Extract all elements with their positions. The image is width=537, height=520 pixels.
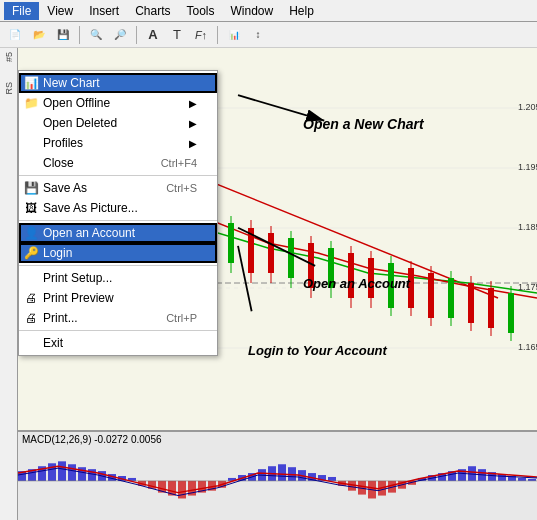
- menu-open-offline[interactable]: 📁 Open Offline ▶: [19, 93, 217, 113]
- open-deleted-label: Open Deleted: [43, 116, 117, 130]
- menu-print-setup[interactable]: Print Setup...: [19, 268, 217, 288]
- svg-text:1.2050: 1.2050: [518, 102, 537, 112]
- menu-window[interactable]: Window: [223, 2, 282, 20]
- new-chart-icon: 📊: [23, 75, 39, 91]
- rs-label2: RS: [4, 82, 14, 95]
- account-icon: 👤: [23, 225, 39, 241]
- menu-save-as[interactable]: 💾 Save As Ctrl+S: [19, 178, 217, 198]
- toolbar-sep-3: [217, 26, 218, 44]
- macd-label: MACD(12,26,9) -0.0272 0.0056: [22, 434, 162, 445]
- file-dropdown: 📊 New Chart 📁 Open Offline ▶ Open Delete…: [18, 70, 218, 356]
- login-icon: 🔑: [23, 245, 39, 261]
- toolbar-chart1[interactable]: 📊: [223, 24, 245, 46]
- toolbar: 📄 📂 💾 🔍 🔎 A T F↑ 📊 ↕: [0, 22, 537, 48]
- print-setup-label: Print Setup...: [43, 271, 112, 285]
- open-offline-arrow: ▶: [189, 98, 197, 109]
- menu-help[interactable]: Help: [281, 2, 322, 20]
- svg-rect-71: [68, 464, 76, 481]
- close-shortcut: Ctrl+F4: [161, 157, 197, 169]
- menu-insert[interactable]: Insert: [81, 2, 127, 20]
- svg-text:1.1750: 1.1750: [518, 282, 537, 292]
- toolbar-zoomout[interactable]: 🔎: [109, 24, 131, 46]
- svg-rect-69: [48, 463, 56, 481]
- svg-text:1.1850: 1.1850: [518, 222, 537, 232]
- sep-4: [19, 330, 217, 331]
- exit-label: Exit: [43, 336, 63, 350]
- menu-bar: File View Insert Charts Tools Window Hel…: [0, 0, 537, 22]
- close-label: Close: [43, 156, 74, 170]
- menu-open-deleted[interactable]: Open Deleted ▶: [19, 113, 217, 133]
- svg-rect-97: [328, 477, 336, 481]
- open-deleted-arrow: ▶: [189, 118, 197, 129]
- open-offline-label: Open Offline: [43, 96, 110, 110]
- menu-print-preview[interactable]: 🖨 Print Preview: [19, 288, 217, 308]
- sep-3: [19, 265, 217, 266]
- menu-tools[interactable]: Tools: [179, 2, 223, 20]
- menu-new-chart[interactable]: 📊 New Chart: [19, 73, 217, 93]
- sep-1: [19, 175, 217, 176]
- menu-profiles[interactable]: Profiles ▶: [19, 133, 217, 153]
- toolbar-new[interactable]: 📄: [4, 24, 26, 46]
- menu-close[interactable]: Close Ctrl+F4: [19, 153, 217, 173]
- svg-rect-70: [58, 461, 66, 481]
- toolbar-period[interactable]: ↕: [247, 24, 269, 46]
- menu-charts[interactable]: Charts: [127, 2, 178, 20]
- print-icon: 🖨: [23, 310, 39, 326]
- menu-view[interactable]: View: [39, 2, 81, 20]
- print-preview-label: Print Preview: [43, 291, 114, 305]
- left-panel: #5 RS: [0, 48, 18, 520]
- save-as-icon: 💾: [23, 180, 39, 196]
- save-as-shortcut: Ctrl+S: [166, 182, 197, 194]
- toolbar-f[interactable]: F↑: [190, 24, 212, 46]
- menu-open-account[interactable]: 👤 Open an Account: [19, 223, 217, 243]
- toolbar-t[interactable]: T: [166, 24, 188, 46]
- save-picture-label: Save As Picture...: [43, 201, 138, 215]
- sep-2: [19, 220, 217, 221]
- print-preview-icon: 🖨: [23, 290, 39, 306]
- profiles-arrow: ▶: [189, 138, 197, 149]
- macd-area: MACD(12,26,9) -0.0272 0.0056: [18, 430, 537, 520]
- toolbar-a[interactable]: A: [142, 24, 164, 46]
- svg-rect-116: [518, 478, 526, 481]
- svg-text:1.1950: 1.1950: [518, 162, 537, 172]
- menu-save-picture[interactable]: 🖼 Save As Picture...: [19, 198, 217, 218]
- dropdown-menu: 📊 New Chart 📁 Open Offline ▶ Open Delete…: [18, 70, 218, 356]
- save-picture-icon: 🖼: [23, 200, 39, 216]
- svg-rect-92: [278, 464, 286, 481]
- save-as-label: Save As: [43, 181, 87, 195]
- toolbar-sep-2: [136, 26, 137, 44]
- new-chart-label: New Chart: [43, 76, 100, 90]
- login-label: Login: [43, 246, 72, 260]
- profiles-label: Profiles: [43, 136, 83, 150]
- toolbar-save[interactable]: 💾: [52, 24, 74, 46]
- toolbar-open[interactable]: 📂: [28, 24, 50, 46]
- svg-rect-117: [528, 479, 536, 481]
- menu-file[interactable]: File: [4, 2, 39, 20]
- menu-exit[interactable]: Exit: [19, 333, 217, 353]
- toolbar-sep-1: [79, 26, 80, 44]
- toolbar-zoomin[interactable]: 🔍: [85, 24, 107, 46]
- print-label: Print...: [43, 311, 78, 325]
- open-account-label: Open an Account: [43, 226, 135, 240]
- rs-label: #5: [4, 52, 14, 62]
- print-shortcut: Ctrl+P: [166, 312, 197, 324]
- open-offline-icon: 📁: [23, 95, 39, 111]
- macd-svg: [18, 432, 537, 520]
- menu-login[interactable]: 🔑 Login: [19, 243, 217, 263]
- svg-text:1.1650: 1.1650: [518, 342, 537, 352]
- svg-rect-82: [178, 481, 186, 499]
- menu-print[interactable]: 🖨 Print... Ctrl+P: [19, 308, 217, 328]
